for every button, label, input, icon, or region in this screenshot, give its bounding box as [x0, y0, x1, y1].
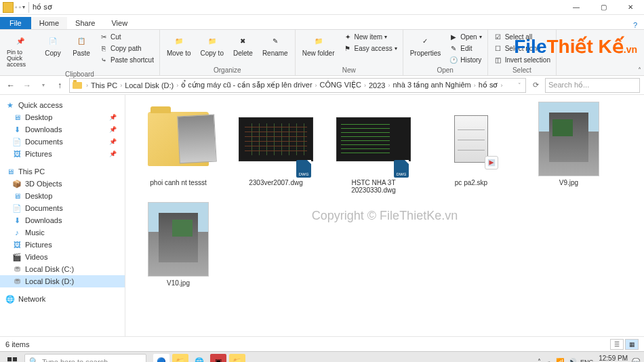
sidebar-this-pc[interactable]: 🖥This PC: [0, 165, 125, 178]
sidebar-desktop-pc[interactable]: 🖥Desktop: [0, 190, 125, 202]
maximize-button[interactable]: ▢: [590, 0, 617, 15]
qat-save-icon[interactable]: ▫: [15, 3, 18, 11]
sidebar-music[interactable]: ♪Music: [0, 226, 125, 239]
move-to-button[interactable]: 📁Move to: [164, 31, 194, 58]
tab-view[interactable]: View: [103, 17, 136, 29]
new-folder-button[interactable]: 📁New folder: [300, 31, 338, 58]
taskbar-chrome-icon[interactable]: 🌐: [191, 354, 207, 363]
crumb-6[interactable]: hồ sơ: [477, 81, 500, 89]
tray-volume-icon[interactable]: 🔊: [568, 358, 576, 362]
sidebar-documents[interactable]: 📄Documents📌: [0, 136, 125, 148]
paste-shortcut-button[interactable]: ⤷Paste shortcut: [98, 54, 155, 65]
taskbar-app-icon[interactable]: 🔵: [153, 354, 169, 363]
chevron-right-icon[interactable]: ›: [363, 82, 367, 89]
qat-props-icon[interactable]: ▫: [19, 3, 22, 11]
tray-language-icon[interactable]: ENG: [580, 359, 594, 363]
chevron-right-icon[interactable]: ›: [85, 82, 89, 89]
tab-share[interactable]: Share: [67, 17, 103, 29]
edit-button[interactable]: ✎Edit: [447, 43, 483, 54]
forward-button[interactable]: →: [20, 79, 34, 92]
copy-to-button[interactable]: 📁Copy to: [198, 31, 226, 58]
crumb-2[interactable]: ổ cứng máy cũ - cần sắp xếp lên driver: [180, 81, 313, 89]
file-name: phoi canh nt tessst: [150, 179, 206, 186]
tray-chevron-icon[interactable]: ˄: [538, 358, 541, 362]
rename-icon: ✎: [267, 33, 283, 49]
qat-dropdown-icon[interactable]: ▾: [22, 4, 25, 10]
tab-home[interactable]: Home: [31, 17, 67, 29]
delete-button[interactable]: ✖Delete: [230, 31, 256, 58]
chevron-right-icon[interactable]: ›: [472, 82, 477, 89]
properties-button[interactable]: ✓Properties: [407, 31, 444, 58]
tray-network-icon[interactable]: 📶: [556, 358, 564, 362]
cut-button[interactable]: ✂Cut: [98, 31, 155, 42]
open-group-label: Open: [407, 65, 483, 74]
taskbar-search[interactable]: 🔍 Type here to search: [24, 354, 146, 363]
sidebar-documents-pc[interactable]: 📄Documents: [0, 202, 125, 214]
recent-button[interactable]: ▾: [37, 79, 50, 92]
notifications-icon[interactable]: 💬: [632, 358, 640, 362]
file-item-jpg[interactable]: V10.jpg: [134, 202, 223, 287]
sidebar-downloads-pc[interactable]: ⬇Downloads: [0, 214, 125, 226]
sidebar-quick-access[interactable]: ★ Quick access: [0, 99, 125, 111]
crumb-5[interactable]: nhà 3 tầng anh Nghiêm: [391, 81, 472, 89]
file-content-area[interactable]: phoi canh nt tessst DWG 2303ver2007.dwg …: [125, 95, 644, 336]
paste-button[interactable]: 📋 Paste: [69, 31, 94, 58]
file-item-dwg[interactable]: DWG HSTC NHA 3T 20230330.dwg: [329, 102, 418, 194]
file-item-jpg[interactable]: V9.jpg: [524, 102, 613, 194]
crumb-3[interactable]: CÔNG VIỆC: [319, 81, 363, 89]
sidebar-disk-d[interactable]: ⛃Local Disk (D:): [0, 275, 125, 287]
minimize-button[interactable]: —: [563, 0, 590, 15]
details-view-button[interactable]: ☰: [610, 339, 624, 350]
file-item-folder[interactable]: phoi canh nt tessst: [134, 102, 223, 194]
sketchup-icon: [485, 156, 498, 169]
chevron-down-icon[interactable]: ˅: [517, 82, 523, 89]
new-item-button[interactable]: ✦New item ▾: [342, 31, 399, 42]
collapse-ribbon-button[interactable]: ˄: [638, 66, 641, 74]
taskbar-explorer-icon[interactable]: 📁: [172, 354, 188, 363]
start-button[interactable]: [0, 352, 24, 363]
sidebar-pictures[interactable]: 🖼Pictures📌: [0, 148, 125, 160]
sidebar-3d-objects[interactable]: 📦3D Objects: [0, 178, 125, 190]
crumb-4[interactable]: 2023: [367, 81, 386, 89]
file-name: V9.jpg: [559, 179, 578, 186]
history-button[interactable]: 🕐History: [447, 54, 483, 65]
up-button[interactable]: ↑: [53, 79, 66, 92]
sidebar-videos[interactable]: 🎬Videos: [0, 251, 125, 263]
taskbar-app-icon[interactable]: 📁: [229, 354, 245, 363]
properties-icon: ✓: [417, 33, 433, 49]
chevron-right-icon[interactable]: ›: [175, 82, 180, 89]
chevron-right-icon[interactable]: ›: [499, 82, 504, 89]
tab-file[interactable]: File: [0, 17, 31, 29]
sidebar-disk-c[interactable]: ⛃Local Disk (C:): [0, 263, 125, 275]
crumb-thispc[interactable]: This PC: [89, 81, 119, 89]
chevron-right-icon[interactable]: ›: [386, 82, 391, 89]
crumb-disk[interactable]: Local Disk (D:): [123, 81, 175, 89]
pin-quick-access-button[interactable]: 📌 Pin to Quick access: [4, 31, 37, 69]
file-item-dwg[interactable]: DWG 2303ver2007.dwg: [231, 102, 321, 194]
close-button[interactable]: ✕: [617, 0, 644, 15]
status-bar: 6 items ☰ ▦: [0, 336, 644, 351]
back-button[interactable]: ←: [4, 79, 18, 92]
chevron-right-icon[interactable]: ›: [314, 82, 319, 89]
refresh-button[interactable]: ⟳: [529, 79, 542, 92]
easy-access-button[interactable]: ⚑Easy access ▾: [342, 43, 399, 54]
open-button[interactable]: ▶Open ▾: [447, 31, 483, 42]
sidebar-pictures-pc[interactable]: 🖼Pictures: [0, 239, 125, 251]
sidebar-downloads[interactable]: ⬇Downloads📌: [0, 123, 125, 136]
jpg-thumbnail: [538, 102, 599, 176]
tray-cloud-icon[interactable]: ☁: [545, 358, 552, 362]
file-item-skp[interactable]: pc pa2.skp: [426, 102, 516, 194]
sidebar-network[interactable]: 🌐Network: [0, 293, 125, 305]
breadcrumb[interactable]: › This PC › Local Disk (D:) › ổ cứng máy…: [69, 78, 526, 93]
icons-view-button[interactable]: ▦: [625, 339, 639, 350]
copy-path-button[interactable]: ⎘Copy path: [98, 43, 155, 54]
copy-button[interactable]: 📄 Copy: [41, 31, 65, 58]
chevron-right-icon[interactable]: ›: [119, 82, 123, 89]
taskbar-clock[interactable]: 12:59 PM 3/29/2024: [598, 355, 628, 363]
taskbar-app-icon[interactable]: ▣: [210, 354, 226, 363]
sidebar-desktop[interactable]: 🖥Desktop📌: [0, 111, 125, 123]
help-button[interactable]: ?: [626, 21, 644, 29]
search-input[interactable]: Search hồ...: [545, 78, 640, 93]
rename-button[interactable]: ✎Rename: [260, 31, 291, 58]
newitem-icon: ✦: [343, 32, 353, 41]
